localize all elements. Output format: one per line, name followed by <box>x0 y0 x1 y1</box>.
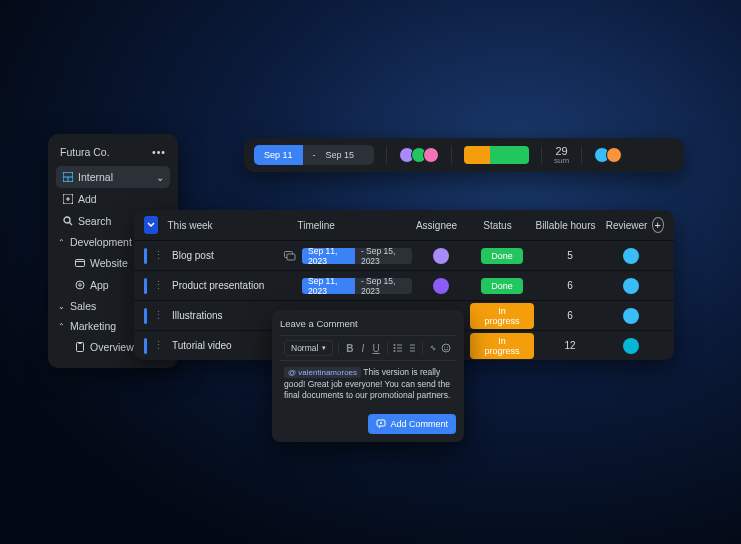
sidebar-group-label: Sales <box>70 300 96 312</box>
chevron-up-icon: ⌃ <box>58 238 66 247</box>
workspace-name: Futura Co. <box>60 146 110 158</box>
emoji-button[interactable] <box>441 341 452 355</box>
workspace-more-icon[interactable]: ••• <box>152 146 166 158</box>
board-icon <box>62 172 73 183</box>
drag-handle-icon[interactable]: ⋮ <box>153 249 164 262</box>
italic-button[interactable]: I <box>357 341 368 355</box>
avatar[interactable] <box>623 278 639 294</box>
table-header: This week Timeline Assignee Status Billa… <box>134 210 674 240</box>
avatar[interactable] <box>623 248 639 264</box>
comment-icon <box>376 419 386 429</box>
svg-point-11 <box>394 347 396 349</box>
status-badge[interactable]: In progress <box>470 333 534 359</box>
avatar[interactable] <box>623 308 639 324</box>
add-comment-button[interactable]: Add Comment <box>368 414 456 434</box>
underline-button[interactable]: U <box>371 341 382 355</box>
col-billable[interactable]: Billable hours <box>530 220 602 231</box>
item-icon <box>74 342 85 353</box>
avatar <box>606 147 622 163</box>
billable-hours: 6 <box>534 280 606 291</box>
billable-hours: 6 <box>534 310 606 321</box>
svg-rect-9 <box>287 254 295 260</box>
avatar[interactable] <box>433 278 449 294</box>
item-icon <box>74 258 85 269</box>
section-title: This week <box>168 220 298 231</box>
sidebar-item-label: Website <box>90 257 128 269</box>
task-name: Product presentation <box>172 280 264 291</box>
summary-date-range[interactable]: Sep 11 - Sep 15 <box>254 145 374 165</box>
sidebar-item-label: Internal <box>78 171 113 183</box>
col-assignee[interactable]: Assignee <box>408 220 466 231</box>
mention-chip[interactable]: @ valentinamoroes <box>284 367 361 378</box>
add-icon <box>62 194 73 205</box>
svg-point-14 <box>444 346 445 347</box>
bold-button[interactable]: B <box>344 341 355 355</box>
date-end: - Sep 15 <box>303 145 375 165</box>
divider <box>451 146 452 164</box>
status-badge[interactable]: In progress <box>470 303 534 329</box>
divider <box>387 342 388 354</box>
bullet-list-button[interactable] <box>393 341 404 355</box>
sidebar-item-internal[interactable]: Internal ⌄ <box>56 166 170 188</box>
row-accent <box>144 248 147 264</box>
billable-hours: 12 <box>534 340 606 351</box>
avatar <box>423 147 439 163</box>
row-accent <box>144 308 147 324</box>
row-accent <box>144 338 147 354</box>
avatar[interactable] <box>623 338 639 354</box>
summary-assignees[interactable] <box>399 144 439 166</box>
status-badge[interactable]: Done <box>481 278 523 294</box>
timeline-chip[interactable]: Sep 11, 2023- Sep 15, 2023 <box>302 248 412 264</box>
divider <box>581 146 582 164</box>
sidebar-item-label: Overview <box>90 341 134 353</box>
chevron-down-icon: ⌄ <box>58 302 66 311</box>
task-name: Tutorial video <box>172 340 232 351</box>
sidebar-add[interactable]: Add <box>56 188 170 210</box>
format-select[interactable]: Normal▾ <box>284 340 333 356</box>
date-end: - Sep 15, 2023 <box>355 248 412 264</box>
comment-title: Leave a Comment <box>280 318 456 329</box>
sidebar-group-label: Marketing <box>70 320 116 332</box>
table-row[interactable]: ⋮ Product presentation Sep 11, 2023- Sep… <box>134 270 674 300</box>
divider <box>541 146 542 164</box>
col-status[interactable]: Status <box>466 220 530 231</box>
summary-progress-bar <box>464 144 529 166</box>
comment-body[interactable]: @ valentinamoroes This version is really… <box>280 361 456 408</box>
svg-point-12 <box>394 350 396 352</box>
chevron-down-icon: ⌄ <box>156 172 164 183</box>
date-start: Sep 11, 2023 <box>302 248 355 264</box>
summary-reviewers[interactable] <box>594 144 622 166</box>
drag-handle-icon[interactable]: ⋮ <box>153 309 164 322</box>
item-icon <box>74 280 85 291</box>
svg-rect-3 <box>75 260 84 267</box>
comments-icon[interactable] <box>284 251 296 261</box>
chevron-down-icon: ▾ <box>322 344 326 352</box>
timeline-chip[interactable]: Sep 11, 2023- Sep 15, 2023 <box>302 278 412 294</box>
svg-point-5 <box>78 284 81 287</box>
sidebar-group-label: Development <box>70 236 132 248</box>
avatar[interactable] <box>433 248 449 264</box>
svg-point-2 <box>64 217 70 223</box>
sidebar-item-label: App <box>90 279 109 291</box>
divider <box>422 342 423 354</box>
comment-popup: Leave a Comment Normal▾ B I U @ valentin… <box>272 310 464 442</box>
col-timeline[interactable]: Timeline <box>298 220 408 231</box>
sidebar-item-label: Search <box>78 215 111 227</box>
status-badge[interactable]: Done <box>481 248 523 264</box>
svg-point-15 <box>447 346 448 347</box>
drag-handle-icon[interactable]: ⋮ <box>153 339 164 352</box>
collapse-section-button[interactable] <box>144 216 158 234</box>
date-end: - Sep 15, 2023 <box>355 278 412 294</box>
svg-point-10 <box>394 344 396 346</box>
link-button[interactable] <box>428 341 439 355</box>
numbered-list-button[interactable] <box>406 341 417 355</box>
col-reviewer[interactable]: Reviewer <box>602 220 652 231</box>
date-start: Sep 11, 2023 <box>302 278 355 294</box>
sidebar-item-label: Add <box>78 193 97 205</box>
divider <box>386 146 387 164</box>
drag-handle-icon[interactable]: ⋮ <box>153 279 164 292</box>
divider <box>338 342 339 354</box>
table-row[interactable]: ⋮ Blog post Sep 11, 2023- Sep 15, 2023 D… <box>134 240 674 270</box>
add-column-button[interactable]: + <box>652 217 665 233</box>
summary-bar: Sep 11 - Sep 15 29sum <box>244 138 684 172</box>
